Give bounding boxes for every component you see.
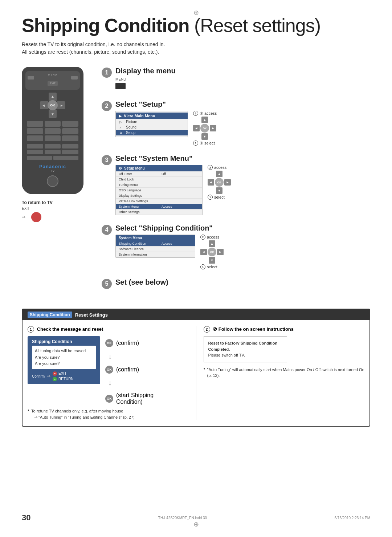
dpad-down-arrow: ▼ [51, 112, 54, 116]
mini-dpad-up-4[interactable]: ▲ [209, 240, 215, 247]
footer-page-number: 30 [22, 513, 30, 522]
footer-file: TH-L42S20KMRT_EN.indd 30 [158, 516, 207, 520]
mini-dpad-left-4[interactable]: ◄ [200, 249, 207, 255]
mini-dpad-left-2[interactable]: ◄ [193, 125, 200, 131]
remote-row-btn-5[interactable] [45, 150, 61, 154]
step-2-sound-icon: ♪ [119, 126, 124, 129]
remote-num-9[interactable] [62, 135, 78, 141]
reset-info-line1: Reset to Factory Shipping Condition Comp… [208, 341, 278, 351]
remote-row-btn-8[interactable] [53, 156, 78, 160]
mini-dpad-ok-2[interactable]: OK [200, 124, 209, 133]
step-4-title: Select "Shipping Condition" [115, 224, 224, 232]
mini-dpad-ok-3[interactable]: OK [215, 178, 224, 187]
dpad-left[interactable]: ◄ [40, 101, 48, 109]
return-dot-icon: ● [53, 377, 57, 381]
mini-dpad-up-3[interactable]: ▲ [216, 171, 222, 177]
remote-row-btn-4[interactable] [27, 150, 43, 154]
remote-btn-2[interactable] [71, 76, 78, 80]
step-3-row-display: Display Settings [116, 193, 202, 199]
step-3-header-icon: ⚙ [119, 166, 122, 170]
mini-dpad-right-2[interactable]: ► [210, 125, 216, 131]
remote-bottom-btn[interactable] [47, 175, 58, 187]
step-4-select-text: select [207, 265, 217, 269]
ok-circle-1: OK [105, 339, 113, 347]
check-num: 1 [28, 326, 34, 333]
return-arrow-icon: ⇒ [22, 215, 25, 220]
remote-row-btn-2[interactable] [45, 144, 61, 149]
remote-num-5[interactable] [45, 128, 61, 134]
dpad-up[interactable]: ▲ [49, 93, 57, 101]
step-2-select-label: 1 ① select [193, 141, 215, 146]
mini-dpad-down-3[interactable]: ▼ [216, 187, 222, 194]
dialog-box: Shipping Condition All tuning data will … [28, 336, 100, 384]
exit-dot-icon: ● [53, 371, 57, 376]
remote-num-1[interactable] [27, 121, 43, 127]
remote-extra-row [27, 144, 78, 149]
mini-dpad-right-3[interactable]: ► [224, 179, 231, 186]
step-2-title: Select "Setup" [115, 100, 217, 109]
dpad-down[interactable]: ▼ [49, 110, 57, 118]
confirm-label-3: (start Shipping Condition) [116, 392, 154, 405]
step-2-setup-text: Setup [126, 131, 184, 135]
remote-num-8[interactable] [45, 135, 61, 141]
dpad-up-arrow: ▲ [51, 94, 54, 98]
dialog-line1: All tuning data will be erased [35, 348, 93, 354]
mini-dpad-ok-4[interactable]: OK [208, 248, 216, 256]
dialog-arrow-icon: ⇒ [47, 374, 50, 379]
remote-row-btn-3[interactable] [62, 144, 78, 149]
dialog-confirm-area: Confirm ⇒ ● EXIT ● RETURN [32, 371, 96, 381]
step-2-menu-header: ▶ Viera Main Menu [116, 113, 188, 119]
mini-dpad-right-4[interactable]: ► [217, 249, 224, 255]
step-2-access-label: 2 ② access [193, 111, 217, 116]
mini-dpad-left-3[interactable]: ◄ [208, 179, 214, 186]
col-divider [196, 326, 196, 420]
dpad-right[interactable]: ► [57, 101, 65, 109]
step-2-content: Select "Setup" ▶ Viera Main Menu ▷ Pictu… [115, 100, 217, 146]
remote-row-btn-6[interactable] [62, 150, 78, 154]
mini-dpad-down-4[interactable]: ▼ [209, 257, 215, 264]
step-2-picture-row: ▷ Picture [116, 119, 188, 125]
mini-dpad-up-2[interactable]: ▲ [201, 117, 208, 123]
check-title: 1 Check the message and reset [28, 326, 189, 333]
step-3-content: Select "System Menu" ⚙ Setup Menu Off Ti… [115, 154, 231, 215]
step-4-access-num: 2 [200, 235, 205, 240]
step-3-number: 3 [102, 155, 112, 165]
page-container: ⊕ ⊕ Shipping Condition (Reset settings) … [0, 0, 392, 537]
remote-num-6[interactable] [62, 128, 78, 134]
step-3-row-viera: VIERA Link Settings [116, 199, 202, 204]
exit-button-circle[interactable] [31, 212, 41, 222]
mini-dpad-down-2[interactable]: ▼ [201, 133, 208, 140]
step-1-content: Display the menu MENU [115, 67, 176, 91]
remote-row-2 [27, 150, 78, 154]
remote-btn-1[interactable] [28, 76, 34, 80]
return-section: To return to TV EXIT ⇒ [22, 200, 91, 222]
step-1-row: 1 Display the menu MENU [102, 67, 370, 91]
dialog-buttons: ● EXIT ● RETURN [53, 371, 74, 381]
dpad: ▲ ▼ ◄ ► OK [40, 93, 65, 118]
ok-circle-2: OK [105, 366, 113, 374]
bullet-2: To retune TV channels only, e.g. after m… [28, 408, 189, 420]
remote-row-btn-1[interactable] [27, 144, 43, 149]
remote-num-3[interactable] [62, 121, 78, 127]
remote-number-grid [27, 121, 78, 141]
confirm-arrow-2: ↓ [108, 379, 154, 387]
bottom-body: 1 Check the message and reset Shipping C… [23, 320, 369, 426]
remote-num-2[interactable] [45, 121, 61, 127]
dpad-ok[interactable]: OK [48, 100, 58, 110]
dialog-exit-btn[interactable]: ● EXIT [53, 371, 74, 376]
dialog-return-btn[interactable]: ● RETURN [53, 377, 74, 381]
page-title-suffix: (Reset settings) [189, 15, 320, 36]
remote-row-btn-7[interactable] [27, 156, 52, 160]
step-4-access-text: access [207, 235, 219, 239]
step-2-access-num: 2 [193, 111, 198, 116]
bottom-section: Shipping Condition Reset Settings 1 Chec… [22, 309, 370, 427]
step-4-header-text: System Menu [119, 236, 142, 240]
step-3-offtimer-label: Off Timer [119, 172, 159, 176]
remote-brand: Panasonic TV [25, 164, 80, 172]
step-2-screen-ok: ▶ Viera Main Menu ▷ Picture ♪ Sound [115, 111, 217, 146]
step-5-title: Set (see below) [115, 278, 168, 286]
remote-num-4[interactable] [27, 128, 43, 134]
step-4-access-label: 2 access [200, 235, 219, 240]
remote-num-7[interactable] [27, 135, 43, 141]
remote-exit-btn[interactable]: EXIT [48, 81, 58, 86]
